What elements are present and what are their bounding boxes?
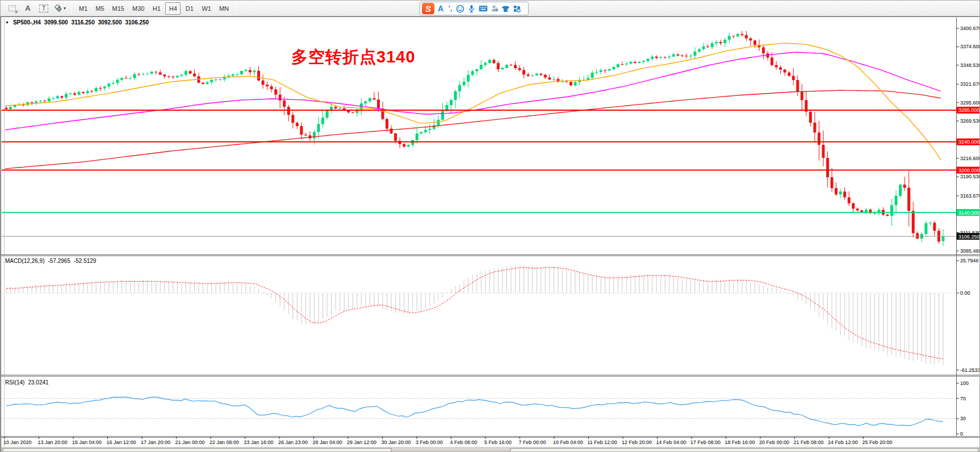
- timeframe-button-h4[interactable]: H4: [165, 2, 181, 15]
- text-letter: T: [39, 5, 48, 12]
- candlestick-series[interactable]: [5, 31, 945, 246]
- ime-toolbar: S A ’,: [420, 2, 529, 15]
- timeframe-button-d1[interactable]: D1: [182, 2, 197, 15]
- time-axis-label: 12 Feb 20:00: [622, 440, 652, 445]
- dropdown-caret-icon: ▾: [64, 6, 66, 11]
- price-tick-label: 3216.600: [960, 156, 980, 161]
- timeframe-button-m5[interactable]: M5: [92, 2, 107, 15]
- font-letter: A: [25, 4, 30, 12]
- time-axis-label: 29 Jan 12:00: [347, 440, 376, 445]
- grid-toggle-icon[interactable]: F: [5, 2, 19, 15]
- chart-canvas[interactable]: 3400.6703374.6003348.5303321.6703295.600…: [1, 16, 980, 452]
- timeframe-button-m30[interactable]: M30: [129, 2, 148, 15]
- time-axis-label: 26 Jan 23:00: [278, 440, 308, 445]
- rsi-tick-label: 100: [960, 380, 969, 386]
- rsi-tick-label: 0: [960, 431, 963, 437]
- ime-skin-icon[interactable]: [501, 4, 510, 14]
- rsi-line: [6, 397, 943, 426]
- price-tick-label: 3295.600: [960, 100, 980, 106]
- price-tick-label: 3085.460: [960, 248, 980, 254]
- chart-annotation-text[interactable]: 多空转折点3140: [291, 46, 416, 69]
- macd-signal-value: -52.5129: [74, 258, 96, 264]
- macd-label: MACD(12,26,9) -57.2965 -52.5129: [5, 258, 96, 264]
- dotted-grid-icon: [9, 5, 16, 11]
- time-axis-label: 21 Feb 08:00: [794, 440, 824, 445]
- time-axis-label: 28 Jan 04:00: [313, 440, 342, 445]
- price-tick-label: 3269.530: [960, 118, 980, 124]
- symbol-period-label: SP500-,H4: [13, 19, 41, 26]
- time-axis-label: 18 Feb 16:00: [725, 440, 755, 445]
- ime-account-icon[interactable]: [489, 4, 499, 14]
- time-axis-label: 4 Feb 08:00: [450, 440, 478, 445]
- timeframe-button-m15[interactable]: M15: [109, 2, 128, 15]
- time-axis-label: 10 Feb 04:00: [553, 440, 583, 445]
- price-tick-label: 3348.530: [960, 62, 980, 68]
- ime-emoji-icon[interactable]: [455, 4, 465, 14]
- grid-f-letter: F: [15, 10, 18, 15]
- sogou-logo-icon[interactable]: S: [422, 3, 434, 14]
- timeframe-button-mn[interactable]: MN: [216, 2, 232, 15]
- time-axis-label: 16 Jan 12:00: [107, 440, 136, 445]
- time-axis-label: 21 Jan 00:00: [175, 440, 205, 445]
- ime-language-icon[interactable]: A: [436, 4, 445, 13]
- macd-tick-label: 0.00: [960, 290, 970, 296]
- chart-window[interactable]: 3400.6703374.6003348.5303321.6703295.600…: [1, 16, 980, 452]
- price-tick-label: 3163.670: [960, 193, 980, 199]
- mt4-application: F A T ▾ M1M5M15M30H1H4D1W1MN S A ’,: [0, 0, 980, 452]
- ma-mid-line[interactable]: [5, 52, 941, 130]
- time-axis-label: 24 Feb 12:00: [828, 440, 858, 445]
- ime-punctuation-icon[interactable]: ’,: [447, 5, 454, 12]
- time-axis-label: 23 Jan 16:00: [244, 440, 274, 445]
- macd-main-value: -57.2965: [48, 258, 70, 264]
- toolbar-separator: [236, 3, 237, 14]
- font-tool-icon[interactable]: A: [21, 2, 35, 15]
- timeframe-buttons: M1M5M15M30H1H4D1W1MN: [75, 2, 233, 15]
- drawing-objects-icon[interactable]: ▾: [53, 2, 66, 15]
- text-label-tool-icon[interactable]: T: [37, 2, 51, 15]
- timeframe-button-w1[interactable]: W1: [198, 2, 215, 15]
- chart-window-border: [1, 17, 980, 452]
- time-axis-label: 10 Jan 2020: [3, 440, 32, 445]
- ime-keyboard-icon[interactable]: [478, 4, 488, 14]
- ma-slow-line[interactable]: [5, 90, 941, 169]
- price-axis-badge-label: 3106.250: [958, 234, 980, 240]
- diamonds-icon: [53, 5, 62, 12]
- time-axis-label: 3 Feb 00:00: [416, 440, 443, 445]
- macd-tick-label: -61.2533: [960, 367, 980, 373]
- timeframe-button-m1[interactable]: M1: [76, 2, 91, 15]
- bar-close-value: 3106.250: [125, 19, 149, 26]
- bar-high-value: 3116.250: [72, 19, 95, 26]
- macd-tick-label: 25.7946: [960, 258, 979, 263]
- time-axis-label: 5 Feb 16:00: [484, 440, 512, 445]
- time-axis-label: 25 Feb 20:00: [862, 440, 893, 445]
- price-axis-badge-label: 3285.000: [958, 107, 980, 113]
- time-axis-label: 20 Feb 00:00: [759, 440, 789, 445]
- time-axis-label: 17 Feb 08:00: [690, 440, 721, 445]
- ime-toolbox-icon[interactable]: [512, 4, 522, 14]
- price-tick-label: 3400.670: [960, 26, 980, 31]
- price-tick-label: 3374.600: [960, 44, 980, 49]
- rsi-tick-label: 30: [960, 416, 966, 421]
- time-axis-label: 13 Jan 20:00: [38, 440, 68, 445]
- ime-microphone-icon[interactable]: [467, 4, 476, 14]
- docked-window-left[interactable]: [3, 449, 391, 452]
- chart-dropdown-icon[interactable]: ▼: [5, 20, 9, 24]
- rsi-tick-label: 70: [960, 396, 966, 401]
- price-axis-badge-label: 3140.000: [958, 210, 980, 216]
- bar-open-value: 3099.500: [44, 19, 68, 26]
- time-axis-label: 22 Jan 08:00: [210, 440, 239, 445]
- time-axis-label: 14 Feb 04:00: [656, 440, 686, 445]
- docked-window-right[interactable]: [510, 449, 978, 452]
- main-toolbar: F A T ▾ M1M5M15M30H1H4D1W1MN S A ’,: [1, 1, 979, 16]
- bar-low-value: 3092.500: [98, 19, 122, 26]
- macd-histogram: [2, 265, 956, 365]
- price-tick-label: 3190.530: [960, 174, 980, 179]
- price-axis-badge-label: 3200.000: [958, 168, 980, 173]
- time-axis-label: 17 Jan 20:00: [141, 440, 170, 445]
- price-tick-label: 3321.670: [960, 81, 980, 87]
- chart-title: ▼ SP500-,H4 3099.500 3116.250 3092.500 3…: [5, 19, 149, 26]
- timeframe-button-h1[interactable]: H1: [149, 2, 164, 15]
- time-axis-label: 7 Feb 00:00: [519, 440, 546, 445]
- rsi-name: RSI(14): [5, 379, 24, 386]
- rsi-value: 23.0241: [28, 379, 48, 386]
